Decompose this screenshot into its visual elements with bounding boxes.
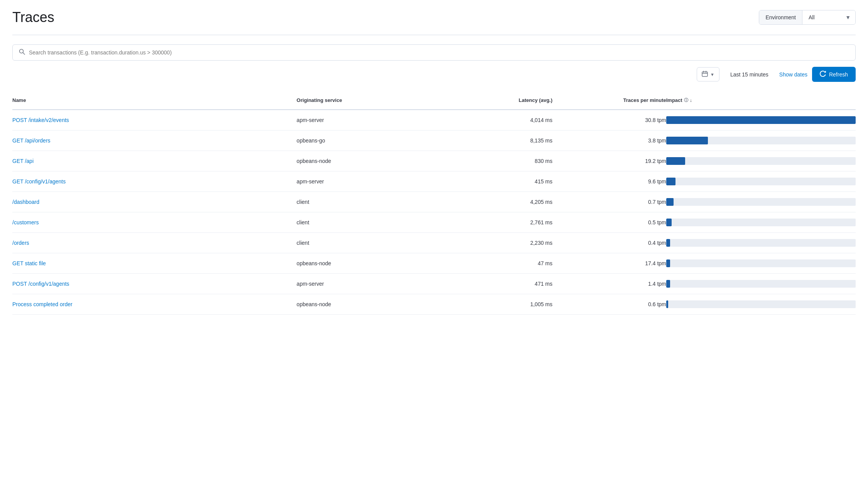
svg-line-1 (23, 53, 25, 54)
table-header: Name Originating service Latency (avg.) … (12, 91, 856, 110)
service-name: apm-server (297, 115, 439, 125)
impact-bar-cell (666, 135, 856, 146)
refresh-button[interactable]: Refresh (812, 67, 856, 82)
tpm-value: 3.8 tpm (552, 136, 666, 145)
col-latency: Latency (avg.) (439, 94, 552, 106)
service-name: opbeans-node (297, 300, 439, 309)
tpm-value: 9.6 tpm (552, 177, 666, 186)
table-row: Process completed order opbeans-node 1,0… (12, 294, 856, 315)
search-wrapper (12, 44, 856, 61)
service-name: client (297, 218, 439, 227)
tpm-value: 30.8 tpm (552, 115, 666, 125)
table-row: GET /config/v1/agents apm-server 415 ms … (12, 171, 856, 192)
impact-bar-cell (666, 278, 856, 289)
transaction-name-link[interactable]: GET static file (12, 259, 297, 268)
impact-bar-cell (666, 237, 856, 248)
transaction-name-link[interactable]: POST /config/v1/agents (12, 279, 297, 288)
svg-rect-2 (702, 72, 708, 76)
date-range-text: Last 15 minutes (730, 71, 768, 78)
search-input[interactable] (29, 49, 849, 56)
table-body: POST /intake/v2/events apm-server 4,014 … (12, 110, 856, 315)
tpm-value: 19.2 tpm (552, 156, 666, 166)
impact-bar-cell (666, 176, 856, 187)
latency-value: 471 ms (439, 279, 552, 288)
impact-label: Impact (666, 97, 682, 103)
table-row: GET /api/orders opbeans-go 8,135 ms 3.8 … (12, 131, 856, 151)
impact-bar-cell (666, 156, 856, 166)
transaction-name-link[interactable]: /dashboard (12, 197, 297, 207)
impact-bar-cell (666, 258, 856, 269)
impact-bar-fill (666, 116, 856, 124)
search-row (12, 44, 856, 61)
table-row: GET static file opbeans-node 47 ms 17.4 … (12, 253, 856, 274)
impact-bar-container (666, 116, 856, 124)
tpm-value: 0.5 tpm (552, 218, 666, 227)
latency-value: 415 ms (439, 177, 552, 186)
transaction-name-link[interactable]: Process completed order (12, 300, 297, 309)
service-name: apm-server (297, 279, 439, 288)
calendar-icon (702, 71, 708, 78)
impact-bar-fill (666, 280, 670, 288)
environment-select[interactable]: All production staging development (802, 10, 855, 24)
environment-selector: Environment All production staging devel… (759, 10, 856, 25)
impact-bar-container (666, 280, 856, 288)
search-icon (19, 49, 25, 56)
impact-bar-container (666, 198, 856, 206)
environment-label: Environment (759, 10, 802, 24)
table-row: /dashboard client 4,205 ms 0.7 tpm (12, 192, 856, 212)
tpm-value: 0.7 tpm (552, 197, 666, 207)
table-row: POST /intake/v2/events apm-server 4,014 … (12, 110, 856, 131)
date-range-picker[interactable]: ▼ (697, 67, 719, 81)
transaction-name-link[interactable]: GET /config/v1/agents (12, 177, 297, 186)
page-title: Traces (12, 9, 54, 25)
impact-bar-fill (666, 259, 670, 267)
refresh-label: Refresh (829, 71, 848, 78)
latency-value: 4,014 ms (439, 115, 552, 125)
tpm-value: 17.4 tpm (552, 259, 666, 268)
transaction-name-link[interactable]: GET /api/orders (12, 136, 297, 145)
impact-bar-container (666, 178, 856, 185)
service-name: opbeans-go (297, 136, 439, 145)
latency-value: 2,761 ms (439, 218, 552, 227)
latency-value: 2,230 ms (439, 238, 552, 247)
impact-bar-fill (666, 157, 685, 165)
impact-bar-cell (666, 197, 856, 207)
impact-bar-container (666, 300, 856, 308)
service-name: opbeans-node (297, 156, 439, 166)
service-name: client (297, 197, 439, 207)
service-name: opbeans-node (297, 259, 439, 268)
refresh-icon (820, 71, 826, 78)
impact-bar-cell (666, 115, 856, 125)
transaction-name-link[interactable]: GET /api (12, 156, 297, 166)
impact-bar-cell (666, 299, 856, 310)
impact-bar-container (666, 259, 856, 267)
latency-value: 4,205 ms (439, 197, 552, 207)
col-tpm: Traces per minute (552, 94, 666, 106)
latency-value: 8,135 ms (439, 136, 552, 145)
chevron-down-icon: ▼ (710, 72, 714, 77)
table-row: /orders client 2,230 ms 0.4 tpm (12, 233, 856, 253)
table-row: POST /config/v1/agents apm-server 471 ms… (12, 274, 856, 294)
tpm-value: 0.4 tpm (552, 238, 666, 247)
latency-value: 1,005 ms (439, 300, 552, 309)
col-name: Name (12, 94, 297, 106)
table-row: /customers client 2,761 ms 0.5 tpm (12, 212, 856, 233)
tpm-value: 0.6 tpm (552, 300, 666, 309)
sort-desc-icon[interactable]: ↓ (690, 98, 692, 103)
impact-bar-fill (666, 239, 670, 247)
transaction-name-link[interactable]: /orders (12, 238, 297, 247)
show-dates-button[interactable]: Show dates (779, 71, 807, 78)
col-service: Originating service (297, 94, 439, 106)
impact-bar-container (666, 219, 856, 226)
transaction-name-link[interactable]: POST /intake/v2/events (12, 115, 297, 125)
toolbar-row: ▼ Last 15 minutes Show dates Refresh (12, 67, 856, 82)
impact-bar-fill (666, 178, 676, 185)
transaction-name-link[interactable]: /customers (12, 218, 297, 227)
col-impact: Impact ⓘ ↓ (666, 94, 856, 106)
impact-info-icon[interactable]: ⓘ (684, 97, 688, 103)
latency-value: 47 ms (439, 259, 552, 268)
impact-bar-fill (666, 198, 674, 206)
impact-bar-container (666, 157, 856, 165)
impact-bar-fill (666, 300, 668, 308)
impact-bar-fill (666, 137, 708, 144)
